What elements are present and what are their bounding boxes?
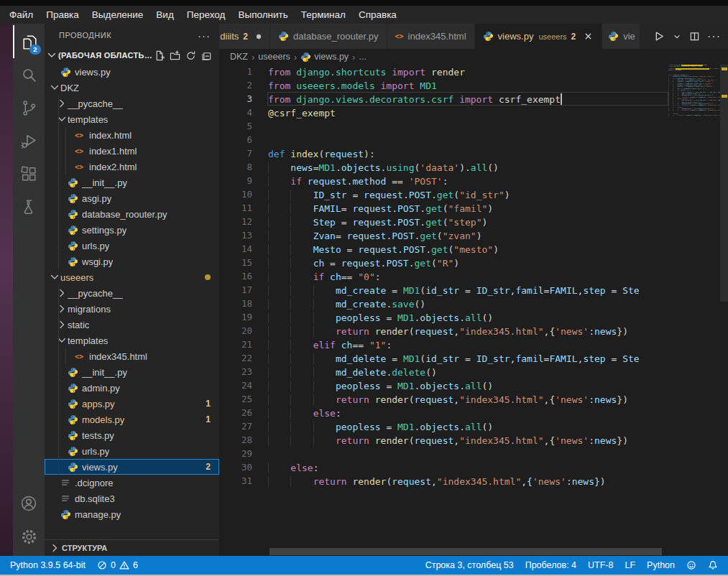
code-line-31[interactable]: 31 return render(request,"index345.html"… xyxy=(219,474,668,488)
menu-Выделение[interactable]: Выделение xyxy=(86,8,150,22)
code-line-7[interactable]: 7def index(request): xyxy=(219,147,668,160)
code-line-8[interactable]: 8 news=MD1.objects.using('daata').all() xyxy=(219,160,668,174)
code-line-10[interactable]: 10 ID_str = request.POST.get("id_str") xyxy=(219,187,668,201)
line-number[interactable]: 14 xyxy=(219,242,252,256)
menu-Вид[interactable]: Вид xyxy=(149,8,180,22)
line-number[interactable]: 7 xyxy=(219,147,252,160)
code-line-content[interactable]: peopless = MD1.objects.all() xyxy=(267,419,668,433)
status-encoding[interactable]: UTF-8 xyxy=(582,560,619,570)
tab-database-roouter[interactable]: database_roouter.py xyxy=(270,24,387,49)
tree-item-asgi.py[interactable]: asgi.py xyxy=(45,190,219,206)
line-number[interactable]: 30 xyxy=(219,460,252,474)
minimap[interactable]: from django.shortcuts import renderfrom … xyxy=(668,65,720,547)
line-number[interactable]: 31 xyxy=(219,474,252,488)
menu-Правка[interactable]: Правка xyxy=(40,8,86,22)
line-number[interactable]: 12 xyxy=(219,215,252,228)
code-line-6[interactable]: 6 xyxy=(219,133,668,147)
tree-item-views.py[interactable]: views.py xyxy=(45,64,219,80)
new-file-button[interactable] xyxy=(154,50,165,61)
line-number[interactable]: 17 xyxy=(219,283,252,297)
status-language-mode[interactable]: Python xyxy=(641,560,681,570)
activity-bar-item-run-and-debug[interactable] xyxy=(13,124,45,157)
line-number[interactable]: 4 xyxy=(219,106,252,119)
status-problems-summary[interactable]: 06 xyxy=(91,560,144,570)
tree-item-templates[interactable]: templates xyxy=(45,111,219,127)
tab-index345[interactable]: <>index345.html xyxy=(387,24,475,49)
menu-Файл[interactable]: Файл xyxy=(3,8,40,22)
code-line-1[interactable]: 1from django.shortcuts import render xyxy=(219,65,668,78)
code-line-content[interactable] xyxy=(267,133,668,147)
code-line-content[interactable]: from useeers.models import MD1 xyxy=(267,78,668,92)
tree-item-DKZ[interactable]: DKZ xyxy=(45,80,219,96)
tree-item-tests.py[interactable]: tests.py xyxy=(45,427,219,443)
code-line-21[interactable]: 21 elif ch== "1": xyxy=(219,338,668,351)
outline-section-header[interactable]: СТРУКТУРА xyxy=(45,539,219,556)
tab-vie[interactable]: vie xyxy=(602,24,640,49)
status-python-interpreter[interactable]: Python 3.9.5 64-bit xyxy=(4,560,91,570)
code-line-2[interactable]: 2from useeers.models import MD1 xyxy=(219,78,668,92)
line-number[interactable]: 3 xyxy=(219,92,252,106)
tree-item-manage.py[interactable]: manage.py xyxy=(45,506,219,522)
tree-item-static[interactable]: static xyxy=(45,317,219,333)
code-line-content[interactable]: md_delete.delete() xyxy=(267,365,668,378)
line-number[interactable]: 24 xyxy=(219,378,252,392)
code-line-content[interactable]: from django.views.decorators.csrf import… xyxy=(267,92,668,106)
code-line-content[interactable]: return render(request,"index345.html",{'… xyxy=(267,433,668,447)
code-line-content[interactable]: Step = request.POST.get("step") xyxy=(267,215,668,228)
line-number[interactable]: 5 xyxy=(219,119,252,133)
code-lines[interactable]: 1from django.shortcuts import render2fro… xyxy=(219,65,668,547)
tree-item-wsgi.py[interactable]: wsgi.py xyxy=(45,254,219,269)
code-line-content[interactable]: if ch== "0": xyxy=(267,269,668,283)
code-line-content[interactable]: def index(request): xyxy=(267,147,668,160)
vertical-scrollbar-thumb[interactable] xyxy=(720,65,728,302)
tree-item-index1.html[interactable]: <>index1.html xyxy=(45,143,219,159)
code-line-17[interactable]: 17 md_create = MD1(id_str = ID_str,famil… xyxy=(219,283,668,297)
tree-item-models.py[interactable]: models.py1 xyxy=(45,412,219,427)
menu-Переход[interactable]: Переход xyxy=(180,8,232,22)
tree-item-__init__.py[interactable]: __init__.py xyxy=(45,175,219,190)
tree-item-__pycache__[interactable]: __pycache__ xyxy=(45,285,219,301)
code-line-23[interactable]: 23 md_delete.delete() xyxy=(219,365,668,378)
line-number[interactable]: 11 xyxy=(219,201,252,215)
code-line-content[interactable] xyxy=(267,447,668,460)
code-line-18[interactable]: 18 md_create.save() xyxy=(219,297,668,310)
code-line-3[interactable]: 3from django.views.decorators.csrf impor… xyxy=(219,92,668,106)
tree-item-database_roouter.py[interactable]: database_roouter.py xyxy=(45,206,219,222)
tree-item-.dcignore[interactable]: .dcignore xyxy=(45,475,219,491)
horizontal-scrollbar-thumb[interactable] xyxy=(269,548,662,555)
tab-views[interactable]: views.pyuseeers2 xyxy=(475,24,603,49)
code-line-content[interactable]: peopless = MD1.objects.all() xyxy=(267,378,668,392)
vertical-scrollbar[interactable] xyxy=(720,65,728,547)
code-line-5[interactable]: 5 xyxy=(219,119,668,133)
code-line-content[interactable]: ID_str = request.POST.get("id_str") xyxy=(267,187,668,201)
line-number[interactable]: 22 xyxy=(219,351,252,365)
tree-item-db.sqlite3[interactable]: db.sqlite3 xyxy=(45,491,219,506)
code-line-13[interactable]: 13 Zvan= request.POST.get("zvan") xyxy=(219,228,668,242)
tree-item-urls.py[interactable]: urls.py xyxy=(45,443,219,459)
line-number[interactable]: 26 xyxy=(219,406,252,419)
tree-item-templates[interactable]: templates xyxy=(45,333,219,348)
line-number[interactable]: 10 xyxy=(219,187,252,201)
tree-item-index345.html[interactable]: <>index345.html xyxy=(45,348,219,364)
tree-item-migrations[interactable]: migrations xyxy=(45,301,219,317)
breadcrumb-item-useeers[interactable]: useeers xyxy=(258,52,290,62)
code-line-content[interactable]: return render(request,"index345.html",{'… xyxy=(267,392,668,406)
line-number[interactable]: 25 xyxy=(219,392,252,406)
collapse-folders-button[interactable] xyxy=(201,50,212,61)
tree-item-settings.py[interactable]: settings.py xyxy=(45,222,219,238)
code-line-content[interactable]: md_delete = MD1(id_str = ID_str,famil=FA… xyxy=(267,351,668,365)
breadcrumb-item-DKZ[interactable]: DKZ xyxy=(230,52,248,62)
code-line-content[interactable]: md_create.save() xyxy=(267,297,668,310)
tree-item-admin.py[interactable]: admin.py xyxy=(45,380,219,396)
explorer-more-actions-button[interactable]: ··· xyxy=(198,29,211,42)
code-line-content[interactable]: Mesto = request.POST.get("mesto") xyxy=(267,242,668,256)
code-line-content[interactable]: else: xyxy=(267,406,668,419)
line-number[interactable]: 15 xyxy=(219,256,252,269)
status-cursor-position[interactable]: Строка 3, столбец 53 xyxy=(420,560,520,570)
activity-bar-item-testing[interactable] xyxy=(13,190,45,223)
tree-item-__init__.py[interactable]: __init__.py xyxy=(45,364,219,380)
menu-Выполнить[interactable]: Выполнить xyxy=(231,8,294,22)
more-actions-button[interactable]: ··· xyxy=(707,33,721,40)
code-line-content[interactable]: else: xyxy=(267,460,668,474)
code-line-9[interactable]: 9 if request.method == 'POST': xyxy=(219,174,668,187)
